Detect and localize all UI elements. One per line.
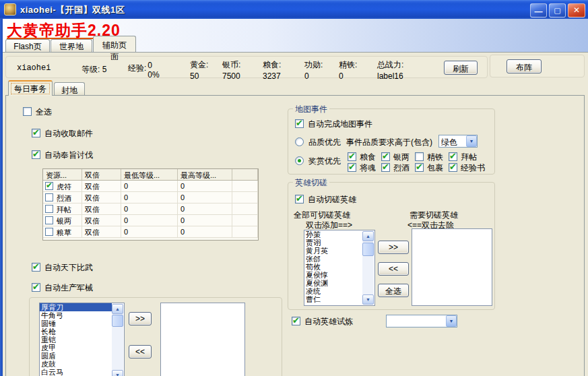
- col-resource[interactable]: 资源...: [43, 169, 82, 180]
- table-row[interactable]: 虎符双倍00: [43, 181, 258, 192]
- tab-fief[interactable]: 封地: [54, 82, 85, 96]
- scroll-down-icon[interactable]: ▼: [112, 370, 123, 376]
- list-item[interactable]: 黄月英: [304, 247, 362, 255]
- auto-crusade-checkbox[interactable]: [32, 150, 40, 159]
- stat-gold: 黄金:50: [190, 59, 208, 81]
- exp-value: 0: [148, 61, 159, 70]
- tab-assist-page[interactable]: 辅助页面: [93, 36, 136, 52]
- hero-trial-label: 自动英雄试炼: [304, 316, 353, 327]
- reward-checkbox-1[interactable]: [348, 152, 356, 161]
- scrollbar-thumb[interactable]: [112, 315, 123, 327]
- reward-label: 经验书: [461, 162, 485, 174]
- scroll-up-icon[interactable]: ▲: [362, 231, 374, 241]
- close-button[interactable]: ✕: [568, 3, 585, 18]
- formation-panel: 布阵: [490, 55, 585, 77]
- resource-cell: 银两: [57, 217, 71, 225]
- list-item[interactable]: 皮甲: [40, 344, 112, 352]
- auto-spar-checkbox[interactable]: [295, 195, 304, 203]
- hero-add-button[interactable]: >>: [378, 241, 409, 254]
- list-item[interactable]: 荀攸: [304, 263, 362, 271]
- app-icon: [4, 3, 16, 15]
- title-bar[interactable]: xiaohei-【开国】双线1区 — ▢ ✕: [0, 0, 588, 19]
- equipment-selected-listbox[interactable]: [160, 303, 245, 376]
- list-item[interactable]: 张郃: [304, 255, 362, 263]
- chevron-down-icon[interactable]: ▼: [446, 315, 457, 327]
- reward-checkbox-5[interactable]: [348, 163, 356, 172]
- hero-remove-button[interactable]: <<: [378, 262, 409, 276]
- hero-trial-combo[interactable]: ▼: [386, 315, 457, 327]
- double-cell: 双倍: [82, 192, 121, 203]
- list-item[interactable]: 厚背刀: [40, 303, 112, 311]
- list-item[interactable]: 皮鼓: [40, 360, 112, 368]
- list-item[interactable]: 白云马: [40, 368, 112, 376]
- tab-daily-affairs[interactable]: 每日事务: [8, 80, 53, 96]
- auto-complete-map-checkbox[interactable]: [295, 119, 304, 128]
- list-item[interactable]: 牛角弓: [40, 311, 112, 319]
- equipment-listbox[interactable]: 厚背刀牛角弓圆锤长枪重铠皮甲圆盾皮鼓白云马 ▲ ▼: [39, 303, 125, 376]
- reward-checkbox-4[interactable]: [449, 152, 457, 161]
- stat-merit: 功勋:0: [304, 59, 323, 81]
- exp-percent: 0%: [148, 70, 159, 80]
- tab-flash-page[interactable]: Flash页面: [5, 39, 50, 52]
- reward-checkbox-7[interactable]: [415, 163, 424, 172]
- row-checkbox[interactable]: [45, 205, 53, 213]
- list-item[interactable]: 曹仁: [304, 295, 362, 303]
- list-item[interactable]: 孙策: [304, 230, 362, 239]
- equipment-add-button[interactable]: >>: [129, 312, 152, 325]
- reward-checkbox-8[interactable]: [449, 163, 457, 172]
- maximize-button[interactable]: ▢: [549, 3, 566, 18]
- table-row[interactable]: 银两双倍00: [43, 215, 258, 226]
- minimize-button[interactable]: —: [530, 3, 547, 18]
- row-checkbox[interactable]: [45, 228, 53, 236]
- equipment-remove-button[interactable]: <<: [129, 345, 152, 358]
- list-item[interactable]: 圆盾: [40, 352, 112, 360]
- list-item[interactable]: 圆锤: [40, 319, 112, 327]
- hero-scrollbar[interactable]: ▲ ▼: [362, 231, 374, 305]
- equipment-scrollbar[interactable]: ▲ ▼: [112, 304, 123, 376]
- table-row[interactable]: 烈酒双倍00: [43, 192, 258, 203]
- reward-checkbox-3[interactable]: [415, 152, 424, 161]
- quality-first-radio[interactable]: [295, 137, 304, 146]
- row-checkbox[interactable]: [45, 216, 53, 224]
- app-window: xiaohei-【开国】双线1区 — ▢ ✕ 大黄帝助手2.20 Flash页面…: [0, 0, 588, 376]
- auto-duel-checkbox[interactable]: [32, 263, 40, 272]
- col-max-level[interactable]: 最高等级...: [178, 169, 232, 180]
- col-double[interactable]: 双倍: [82, 169, 121, 180]
- scrollbar-thumb[interactable]: [362, 243, 374, 256]
- resource-cell: 烈酒: [57, 194, 71, 202]
- hero-trial-checkbox[interactable]: [292, 317, 300, 325]
- hero-listbox[interactable]: 孙策贾诩黄月英张郃荀攸夏侯惇夏侯渊凌统曹仁 ▲ ▼: [304, 230, 375, 306]
- refresh-button[interactable]: 刷新: [444, 61, 478, 75]
- list-item[interactable]: 凌统: [304, 287, 362, 295]
- reward-label: 粮食: [360, 152, 376, 163]
- quality-combo[interactable]: 绿色 ▼: [438, 135, 478, 148]
- stat-food: 粮食:3237: [263, 59, 281, 81]
- list-item[interactable]: 重铠: [40, 336, 112, 344]
- max-level-cell: 0: [178, 215, 232, 226]
- table-row[interactable]: 粮草双倍00: [43, 226, 258, 238]
- table-row[interactable]: 拜帖双倍00: [43, 203, 258, 215]
- row-checkbox[interactable]: [45, 193, 53, 201]
- reward-first-radio[interactable]: [295, 156, 304, 165]
- reward-checkbox-2[interactable]: [381, 152, 390, 161]
- tab-world-map[interactable]: 世界地图: [51, 39, 92, 52]
- reward-checkbox-6[interactable]: [381, 163, 390, 172]
- row-checkbox[interactable]: [45, 182, 53, 190]
- auto-produce-checkbox[interactable]: [32, 283, 40, 292]
- chevron-down-icon[interactable]: ▼: [466, 135, 477, 147]
- col-min-level[interactable]: 最低等级...: [121, 169, 178, 180]
- hero-selected-listbox[interactable]: [412, 228, 492, 306]
- formation-button[interactable]: 布阵: [507, 59, 542, 73]
- auto-mail-checkbox[interactable]: [32, 129, 40, 137]
- select-all-checkbox[interactable]: [23, 107, 32, 116]
- scroll-down-icon[interactable]: ▼: [362, 294, 374, 305]
- list-item[interactable]: 长枪: [40, 327, 112, 336]
- min-level-cell: 0: [121, 226, 178, 238]
- max-level-cell: 0: [178, 203, 232, 215]
- list-item[interactable]: 夏侯惇: [304, 271, 362, 279]
- reward-label: 银两: [393, 152, 410, 163]
- scroll-up-icon[interactable]: ▲: [112, 304, 123, 314]
- list-item[interactable]: 夏侯渊: [304, 279, 362, 287]
- hero-select-all-button[interactable]: 全选: [378, 284, 409, 297]
- list-item[interactable]: 贾诩: [304, 239, 362, 247]
